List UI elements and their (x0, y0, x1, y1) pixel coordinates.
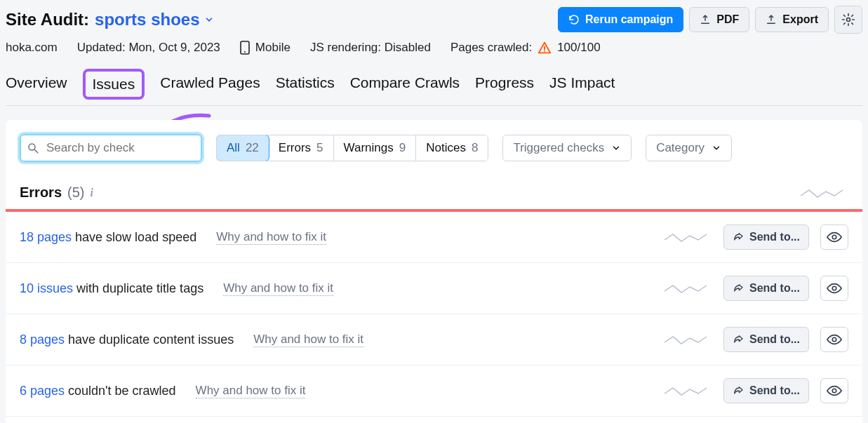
pdf-button[interactable]: PDF (689, 7, 749, 32)
svg-line-6 (34, 149, 38, 153)
export-label: Export (782, 13, 818, 26)
issue-text: have duplicate content issues (65, 333, 234, 347)
share-arrow-icon (733, 283, 744, 294)
fix-link[interactable]: Why and how to fix it (223, 281, 333, 296)
svg-point-9 (832, 337, 836, 342)
pages-crawled-label: Pages crawled: (450, 41, 532, 55)
issue-metric-link[interactable]: 6 pages (20, 384, 65, 398)
mobile-icon (240, 41, 250, 55)
svg-point-7 (832, 235, 836, 239)
segment-all[interactable]: All 22 (216, 135, 269, 161)
rerun-campaign-button[interactable]: Rerun campaign (558, 7, 683, 32)
eye-icon (827, 334, 842, 345)
fix-link[interactable]: Why and how to fix it (196, 384, 306, 398)
issue-metric-link[interactable]: 10 issues (20, 281, 73, 295)
view-button[interactable] (820, 224, 848, 250)
send-to-button[interactable]: Send to... (723, 276, 809, 301)
issue-metric-link[interactable]: 8 pages (20, 333, 65, 347)
issue-text: have slow load speed (72, 230, 196, 244)
send-to-button[interactable]: Send to... (723, 378, 809, 403)
warning-icon (538, 41, 552, 54)
send-to-label: Send to... (749, 282, 800, 295)
eye-icon (827, 231, 842, 243)
send-to-button[interactable]: Send to... (723, 224, 809, 250)
pages-crawled-value: 100/100 (557, 41, 600, 55)
sparkline-icon (663, 230, 712, 244)
project-dropdown[interactable]: sports shoes (95, 10, 213, 29)
issue-text: with duplicate title tags (73, 281, 203, 295)
export-button[interactable]: Export (755, 7, 829, 32)
segment-errors-label: Errors (279, 141, 311, 155)
view-button[interactable] (820, 378, 848, 403)
issue-row: 6 pages couldn't be crawled Why and how … (6, 365, 862, 417)
device-text: Mobile (255, 41, 291, 55)
view-button[interactable] (820, 327, 848, 352)
segment-errors-count: 5 (316, 141, 323, 155)
fix-link[interactable]: Why and how to fix it (253, 333, 363, 347)
segment-warnings[interactable]: Warnings 9 (334, 135, 417, 161)
search-icon (27, 142, 39, 154)
page-title: Site Audit: (6, 10, 89, 29)
chevron-down-icon (611, 143, 621, 153)
tab-progress[interactable]: Progress (475, 74, 534, 105)
upload-icon (700, 14, 711, 25)
svg-point-0 (847, 18, 850, 22)
project-name-text: sports shoes (95, 10, 199, 29)
sparkline-icon (663, 333, 712, 347)
svg-point-8 (832, 286, 836, 290)
issue-row: 2 pages have duplicate meta descriptions… (6, 417, 862, 423)
sparkline-icon (663, 281, 712, 295)
fix-link[interactable]: Why and how to fix it (216, 230, 326, 245)
tab-statistics[interactable]: Statistics (276, 74, 335, 105)
rerun-label: Rerun campaign (585, 13, 673, 26)
send-to-button[interactable]: Send to... (723, 327, 809, 352)
segment-warnings-count: 9 (399, 141, 406, 155)
device-indicator: Mobile (240, 41, 291, 55)
sparkline-icon (663, 384, 712, 398)
category-dropdown[interactable]: Category (646, 135, 732, 161)
tab-compare-crawls[interactable]: Compare Crawls (350, 74, 460, 105)
search-input[interactable] (20, 134, 202, 162)
tab-overview[interactable]: Overview (6, 74, 67, 105)
settings-button[interactable] (834, 6, 862, 34)
segment-notices-label: Notices (426, 141, 466, 155)
chevron-down-icon (712, 143, 721, 153)
issue-metric-link[interactable]: 18 pages (20, 230, 72, 244)
js-rendering-text: JS rendering: Disabled (310, 41, 431, 55)
svg-point-10 (832, 389, 836, 393)
share-arrow-icon (733, 334, 744, 345)
share-arrow-icon (733, 385, 744, 396)
tab-js-impact[interactable]: JS Impact (549, 74, 615, 105)
send-to-label: Send to... (749, 333, 800, 346)
sparkline-icon (799, 186, 848, 200)
issue-text: couldn't be crawled (65, 384, 176, 398)
share-arrow-icon (733, 231, 744, 243)
refresh-icon (568, 14, 580, 25)
triggered-checks-label: Triggered checks (513, 141, 604, 155)
tab-crawled-pages[interactable]: Crawled Pages (160, 74, 260, 105)
issue-row: 8 pages have duplicate content issues Wh… (6, 314, 862, 365)
segment-warnings-label: Warnings (344, 141, 394, 155)
info-icon[interactable]: i (90, 187, 93, 199)
svg-point-2 (244, 51, 246, 53)
view-button[interactable] (820, 276, 848, 301)
gear-icon (841, 13, 855, 27)
upload-icon (766, 14, 777, 25)
updated-text: Updated: Mon, Oct 9, 2023 (77, 41, 220, 55)
category-label: Category (656, 141, 705, 155)
segment-notices-count: 8 (472, 141, 478, 155)
segment-notices[interactable]: Notices 8 (416, 135, 488, 161)
segment-all-label: All (227, 141, 240, 155)
section-title: Errors (20, 184, 62, 201)
svg-point-5 (29, 144, 35, 150)
issue-row: 10 issues with duplicate title tags Why … (6, 263, 862, 314)
tab-issues[interactable]: Issues (83, 69, 145, 100)
segment-errors[interactable]: Errors 5 (269, 135, 334, 161)
issue-row: 18 pages have slow load speed Why and ho… (6, 212, 862, 263)
segment-all-count: 22 (246, 141, 259, 155)
triggered-checks-dropdown[interactable]: Triggered checks (502, 135, 632, 161)
eye-icon (827, 283, 842, 294)
section-count: (5) (67, 184, 84, 201)
svg-point-4 (544, 51, 545, 52)
chevron-down-icon (204, 15, 214, 25)
